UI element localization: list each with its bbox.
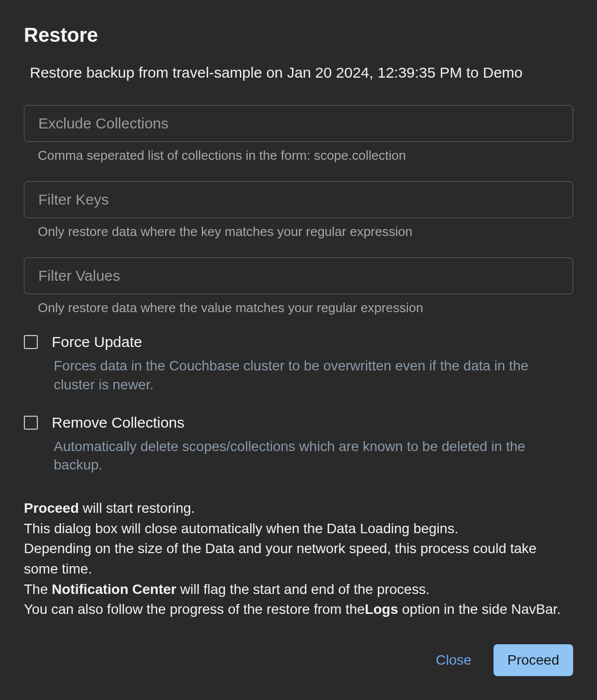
button-row: Close Proceed <box>24 620 573 676</box>
info-notification-bold: Notification Center <box>52 582 176 597</box>
force-update-group: Force Update Forces data in the Couchbas… <box>24 334 573 394</box>
remove-collections-desc: Automatically delete scopes/collections … <box>54 437 556 475</box>
close-button[interactable]: Close <box>430 645 478 675</box>
exclude-collections-input[interactable] <box>24 105 573 142</box>
remove-collections-group: Remove Collections Automatically delete … <box>24 414 573 475</box>
info-logs-bold: Logs <box>365 601 398 617</box>
info-line4a: The <box>24 582 52 597</box>
filter-keys-input[interactable] <box>24 181 573 218</box>
remove-collections-label: Remove Collections <box>52 414 185 431</box>
filter-keys-group: Only restore data where the key matches … <box>24 181 573 239</box>
info-line1-rest: will start restoring. <box>79 500 195 516</box>
proceed-button[interactable]: Proceed <box>494 644 573 676</box>
filter-values-group: Only restore data where the value matche… <box>24 257 573 316</box>
info-line2: This dialog box will close automatically… <box>24 521 458 536</box>
filter-keys-hint: Only restore data where the key matches … <box>38 224 573 239</box>
exclude-collections-group: Comma seperated list of collections in t… <box>24 105 573 163</box>
filter-values-input[interactable] <box>24 257 573 294</box>
dialog-title: Restore <box>24 24 573 46</box>
info-line5a: You can also follow the progress of the … <box>24 601 365 617</box>
force-update-checkbox[interactable] <box>24 335 38 349</box>
info-line3: Depending on the size of the Data and yo… <box>24 541 536 577</box>
info-line4b: will flag the start and end of the proce… <box>177 582 430 597</box>
dialog-subtitle: Restore backup from travel-sample on Jan… <box>30 64 573 81</box>
remove-collections-checkbox[interactable] <box>24 416 38 430</box>
force-update-label: Force Update <box>52 334 142 350</box>
exclude-collections-hint: Comma seperated list of collections in t… <box>38 148 573 163</box>
filter-values-hint: Only restore data where the value matche… <box>38 300 573 316</box>
info-block: Proceed will start restoring. This dialo… <box>24 498 561 620</box>
info-line5b: option in the side NavBar. <box>398 601 561 617</box>
info-proceed-bold: Proceed <box>24 500 79 516</box>
force-update-desc: Forces data in the Couchbase cluster to … <box>54 356 556 394</box>
